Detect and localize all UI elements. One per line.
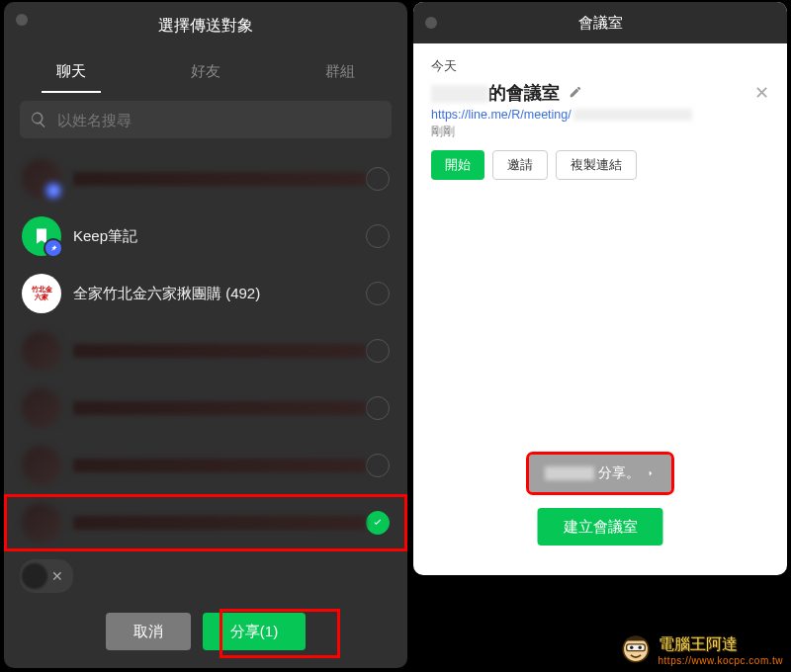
watermark-mascot-icon bbox=[619, 632, 653, 666]
close-icon[interactable]: ✕ bbox=[754, 82, 769, 104]
select-radio-checked[interactable] bbox=[366, 511, 390, 535]
list-item[interactable] bbox=[4, 322, 407, 379]
select-radio[interactable] bbox=[366, 224, 390, 248]
tab-friends[interactable]: 好友 bbox=[138, 51, 273, 91]
share-footer: 取消 分享(1) bbox=[4, 607, 407, 656]
pin-icon bbox=[44, 238, 63, 258]
watermark-url: https://www.kocpc.com.tw bbox=[659, 655, 783, 666]
create-meeting-row: 建立會議室 bbox=[538, 508, 663, 546]
list-item-name bbox=[73, 344, 366, 358]
avatar bbox=[22, 446, 61, 485]
window-traffic-dot[interactable] bbox=[425, 17, 437, 29]
list-item-name: Keep筆記 bbox=[73, 227, 366, 246]
search-input[interactable] bbox=[55, 111, 382, 129]
list-item-selected[interactable] bbox=[4, 494, 407, 551]
avatar bbox=[22, 331, 61, 371]
meeting-window-title: 會議室 bbox=[578, 14, 623, 33]
chevron-right-icon bbox=[646, 468, 656, 478]
search-icon bbox=[30, 111, 47, 128]
copy-link-button[interactable]: 複製連結 bbox=[556, 150, 637, 180]
meeting-window: 會議室 今天 的會議室 ✕ https://line.me/R/meeting/… bbox=[413, 2, 787, 575]
pin-icon bbox=[44, 181, 63, 201]
select-radio[interactable] bbox=[366, 282, 390, 305]
list-item-family[interactable]: 竹北金六家 全家竹北金六家揪團購 (492) bbox=[4, 265, 407, 322]
svg-point-2 bbox=[630, 646, 633, 649]
avatar bbox=[22, 388, 61, 428]
chip-avatar bbox=[22, 563, 47, 589]
chip-remove-icon[interactable]: ✕ bbox=[47, 568, 67, 584]
tab-chats[interactable]: 聊天 bbox=[4, 51, 138, 91]
search-bar[interactable] bbox=[20, 101, 392, 138]
meeting-window-header: 會議室 bbox=[413, 2, 787, 43]
create-meeting-button[interactable]: 建立會議室 bbox=[538, 508, 663, 546]
edit-icon[interactable] bbox=[569, 85, 582, 99]
masked-toast bbox=[545, 466, 594, 480]
list-item-name: 全家竹北金六家揪團購 (492) bbox=[73, 285, 366, 303]
cancel-button[interactable]: 取消 bbox=[106, 613, 191, 650]
share-toast[interactable]: 分享。 bbox=[529, 455, 671, 492]
avatar bbox=[22, 159, 61, 199]
list-item[interactable] bbox=[4, 379, 407, 437]
start-button[interactable]: 開始 bbox=[431, 150, 484, 180]
today-label: 今天 bbox=[431, 57, 769, 75]
list-item-name bbox=[73, 401, 366, 415]
svg-rect-1 bbox=[626, 644, 645, 651]
chat-list: Keep筆記 竹北金六家 全家竹北金六家揪團購 (492) bbox=[4, 150, 407, 597]
meeting-title-suffix: 的會議室 bbox=[488, 83, 560, 103]
list-item-name bbox=[73, 516, 366, 530]
select-radio[interactable] bbox=[366, 339, 390, 363]
list-item-keep[interactable]: Keep筆記 bbox=[4, 208, 407, 265]
select-radio[interactable] bbox=[366, 167, 390, 191]
meeting-body: 今天 的會議室 ✕ https://line.me/R/meeting/ 剛剛 … bbox=[413, 43, 787, 194]
share-target-window: 選擇傳送對象 聊天 好友 群組 bbox=[4, 2, 407, 668]
list-item[interactable] bbox=[4, 437, 407, 494]
watermark: 電腦王阿達 https://www.kocpc.com.tw bbox=[619, 632, 783, 666]
meeting-link[interactable]: https://line.me/R/meeting/ bbox=[431, 108, 769, 122]
meeting-actions: 開始 邀請 複製連結 bbox=[431, 150, 769, 180]
avatar-family: 竹北金六家 bbox=[22, 274, 61, 313]
meeting-link-text: https://line.me/R/meeting/ bbox=[431, 108, 571, 122]
select-radio[interactable] bbox=[366, 396, 390, 420]
share-button[interactable]: 分享(1) bbox=[203, 613, 306, 650]
selected-chip: ✕ bbox=[20, 559, 73, 593]
list-item-name bbox=[73, 172, 366, 186]
avatar bbox=[22, 503, 61, 543]
meeting-time: 剛剛 bbox=[431, 124, 769, 140]
avatar-keep bbox=[22, 216, 61, 256]
share-tabs: 聊天 好友 群組 bbox=[4, 51, 407, 91]
tab-groups[interactable]: 群組 bbox=[273, 51, 407, 91]
list-item-name bbox=[73, 459, 366, 472]
share-window-title: 選擇傳送對象 bbox=[4, 16, 407, 37]
svg-point-3 bbox=[638, 646, 641, 649]
toast-text: 分享。 bbox=[598, 464, 640, 482]
invite-button[interactable]: 邀請 bbox=[492, 150, 548, 180]
masked-link-tail bbox=[573, 109, 692, 121]
watermark-text: 電腦王阿達 bbox=[659, 634, 783, 655]
masked-name bbox=[431, 85, 488, 103]
list-item[interactable] bbox=[4, 150, 407, 208]
select-radio[interactable] bbox=[366, 454, 390, 477]
meeting-title: 的會議室 bbox=[431, 81, 754, 105]
